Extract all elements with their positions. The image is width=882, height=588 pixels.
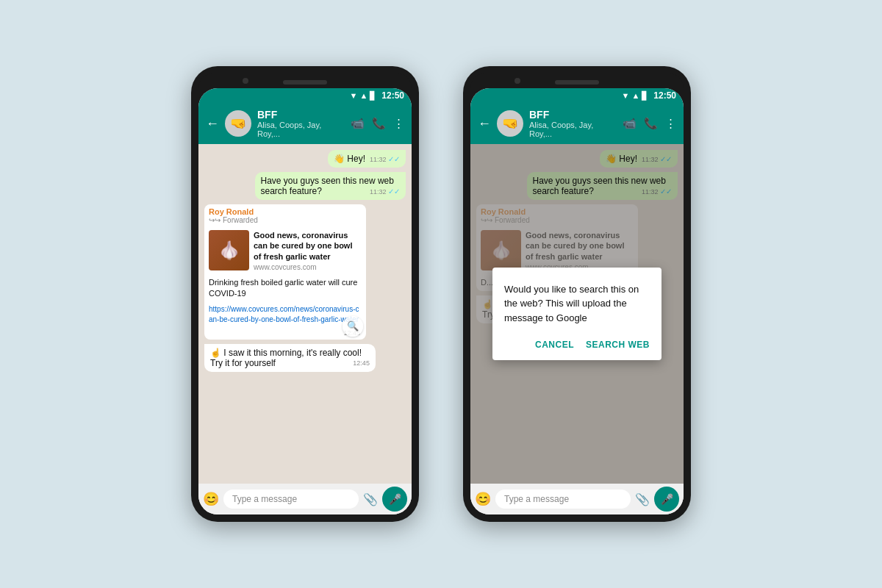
card-body-left: Drinking fresh boiled garlic water will …: [204, 274, 366, 303]
mic-btn-right[interactable]: 🎤: [654, 487, 679, 512]
msg-saw-it-time-left: 12:45: [353, 359, 370, 367]
msg-search-feature-time-left: 11:32 ✓✓: [370, 187, 400, 196]
time-right: 12:50: [653, 90, 676, 101]
wifi-icon-right: ▼: [622, 91, 630, 100]
dialog-overlay: Would you like to search this on the web…: [470, 144, 684, 484]
card-headline-left: Good news, coronavirus can be cured by o…: [254, 230, 362, 262]
battery-icon-right: ▊: [642, 91, 648, 101]
attachment-btn-left[interactable]: 📎: [363, 492, 378, 506]
mic-btn-left[interactable]: 🎤: [382, 487, 407, 512]
back-button-right[interactable]: ←: [478, 116, 491, 132]
msg-search-tick-left: ✓✓: [388, 187, 400, 196]
chat-area-left: 👋 Hey! 11:32 ✓✓ Have you guys seen this …: [198, 144, 412, 484]
forwarded-label-left: ↪↪ Forwarded: [204, 216, 366, 227]
phone-right: ▼ ▲ ▊ 12:50 ← 🤜 BFF Alisa, Coops, Jay, R…: [463, 66, 691, 522]
forward-arrow-icon-left: ↪↪: [209, 216, 220, 224]
message-input-right[interactable]: Type a message: [495, 490, 631, 509]
forwarded-text-left: Forwarded: [223, 216, 258, 224]
card-url-left: www.covcures.com: [254, 263, 362, 271]
camera-right: [514, 78, 520, 84]
forwarded-sender-left: Roy Ronald: [204, 204, 366, 216]
search-web-btn-left[interactable]: 🔍: [343, 316, 363, 337]
more-icon-left[interactable]: ⋮: [393, 117, 404, 130]
group-name-left: BFF: [257, 109, 345, 121]
video-icon-right[interactable]: 📹: [623, 117, 637, 130]
toolbar-left: ← 🤜 BFF Alisa, Coops, Jay, Roy,... 📹 📞 ⋮: [198, 103, 412, 144]
chat-info-left: BFF Alisa, Coops, Jay, Roy,...: [257, 109, 345, 138]
card-text-block-left: Good news, coronavirus can be cured by o…: [254, 230, 362, 271]
back-button-left[interactable]: ←: [206, 116, 219, 132]
phone-icon-right[interactable]: 📞: [644, 117, 658, 130]
toolbar-icons-right: 📹 📞 ⋮: [623, 117, 676, 130]
forwarded-card-left: Roy Ronald ↪↪ Forwarded 🧄 Good news, cor…: [204, 204, 366, 340]
chat-area-right: 👋 Hey! 11:32 ✓✓ Have you guys seen this …: [470, 144, 684, 484]
phone-screen-left: ▼ ▲ ▊ 12:50 ← 🤜 BFF Alisa, Coops, Jay, R…: [198, 88, 412, 514]
card-content-left: 🧄 Good news, coronavirus can be cured by…: [204, 227, 366, 274]
status-icons-left: ▼ ▲ ▊: [350, 91, 376, 101]
garlic-thumbnail-left: 🧄: [209, 230, 249, 270]
attachment-btn-right[interactable]: 📎: [635, 492, 650, 506]
dialog-actions: CANCEL SEARCH WEB: [504, 337, 650, 353]
dialog-text: Would you like to search this on the web…: [504, 282, 650, 326]
signal-icon-left: ▲: [359, 91, 368, 100]
signal-icon-right: ▲: [631, 91, 639, 100]
group-avatar-right: 🤜: [497, 110, 523, 137]
toolbar-icons-left: 📹 📞 ⋮: [351, 117, 404, 130]
camera-left: [243, 78, 248, 84]
toolbar-right: ← 🤜 BFF Alisa, Coops, Jay, Roy,... 📹 📞 ⋮: [470, 103, 684, 144]
input-bar-right: 😊 Type a message 📎 🎤: [470, 484, 684, 514]
forwarded-wrapper-left: Roy Ronald ↪↪ Forwarded 🧄 Good news, cor…: [204, 204, 366, 340]
group-avatar-left: 🤜: [225, 110, 251, 137]
msg-hey-tick-left: ✓✓: [388, 155, 400, 163]
phone-screen-right: ▼ ▲ ▊ 12:50 ← 🤜 BFF Alisa, Coops, Jay, R…: [470, 88, 684, 514]
speaker-right: [555, 80, 599, 85]
phone-top-bar-right: [470, 74, 684, 88]
wifi-icon-left: ▼: [350, 91, 358, 100]
emoji-btn-right[interactable]: 😊: [475, 491, 491, 507]
emoji-btn-left[interactable]: 😊: [203, 491, 219, 507]
phone-left: ▼ ▲ ▊ 12:50 ← 🤜 BFF Alisa, Coops, Jay, R…: [191, 66, 419, 522]
time-left: 12:50: [381, 90, 404, 101]
phones-container: ▼ ▲ ▊ 12:50 ← 🤜 BFF Alisa, Coops, Jay, R…: [191, 66, 691, 522]
speaker-left: [283, 80, 327, 85]
group-name-right: BFF: [529, 109, 617, 121]
search-dialog: Would you like to search this on the web…: [492, 268, 662, 361]
msg-hey-text-left: 👋 Hey!: [334, 154, 365, 164]
card-time-left: 12:45: [204, 329, 366, 340]
msg-saw-it-left: ☝ I saw it this morning, it's really coo…: [204, 344, 376, 372]
msg-saw-it-text-left: ☝ I saw it this morning, it's really coo…: [210, 348, 362, 368]
message-input-left[interactable]: Type a message: [223, 490, 359, 509]
phone-top-bar-left: [198, 74, 412, 88]
msg-hey-left: 👋 Hey! 11:32 ✓✓: [328, 150, 406, 168]
dialog-search-web-button[interactable]: SEARCH WEB: [586, 337, 650, 353]
msg-hey-time-left: 11:32 ✓✓: [370, 155, 400, 163]
more-icon-right[interactable]: ⋮: [665, 117, 676, 130]
chat-info-right: BFF Alisa, Coops, Jay, Roy,...: [529, 109, 617, 138]
dialog-cancel-button[interactable]: CANCEL: [535, 337, 574, 353]
group-members-right: Alisa, Coops, Jay, Roy,...: [529, 121, 617, 138]
status-bar-right: ▼ ▲ ▊ 12:50: [470, 88, 684, 103]
card-link-left[interactable]: https://www.covcures.com/news/coronaviru…: [204, 303, 366, 329]
group-members-left: Alisa, Coops, Jay, Roy,...: [257, 121, 345, 138]
status-icons-right: ▼ ▲ ▊: [622, 91, 648, 101]
status-bar-left: ▼ ▲ ▊ 12:50: [198, 88, 412, 103]
battery-icon-left: ▊: [370, 91, 376, 101]
video-icon-left[interactable]: 📹: [351, 117, 365, 130]
phone-icon-left[interactable]: 📞: [372, 117, 386, 130]
msg-search-feature-left: Have you guys seen this new web search f…: [255, 172, 406, 200]
input-bar-left: 😊 Type a message 📎 🎤: [198, 484, 412, 514]
